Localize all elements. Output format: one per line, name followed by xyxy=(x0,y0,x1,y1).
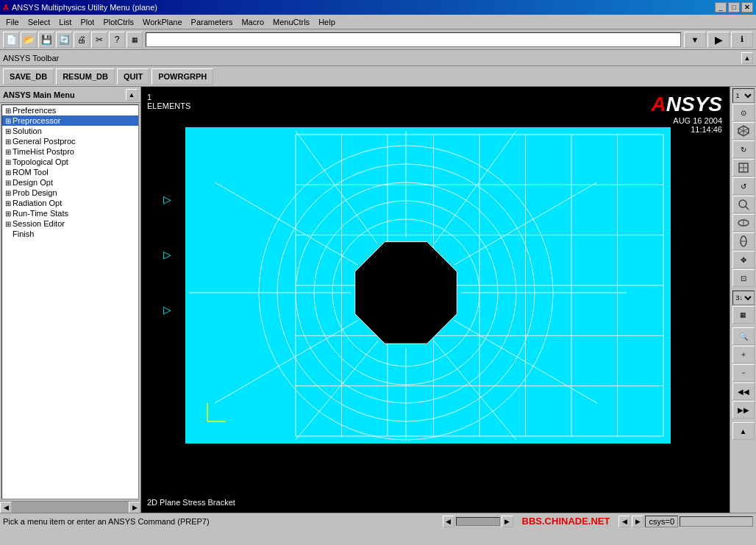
fit-button[interactable]: ⊙ xyxy=(732,104,755,121)
powrgrph-button[interactable]: POWRGRPH xyxy=(151,68,213,85)
sidebar-collapse[interactable]: ▲ xyxy=(126,89,138,101)
scroll-audio1[interactable]: ◀ xyxy=(618,516,630,527)
sidebar-item-design-opt[interactable]: ⊞ Design Opt xyxy=(2,177,138,188)
sidebar-item-runtime-stats[interactable]: ⊞ Run-Time Stats xyxy=(2,208,138,218)
menu-macro[interactable]: Macro xyxy=(237,16,268,28)
menu-select[interactable]: Select xyxy=(24,16,55,28)
save-db-button[interactable]: SAVE_DB xyxy=(3,68,54,85)
menu-file[interactable]: File xyxy=(1,16,24,28)
pan-up-button[interactable]: ▲ xyxy=(732,422,755,440)
zoom-box-button[interactable]: ⊡ xyxy=(732,269,755,287)
menu-list[interactable]: List xyxy=(54,16,76,28)
sidebar-item-finish[interactable]: ⊞ Finish xyxy=(2,229,138,239)
layer-select[interactable]: 3↓ xyxy=(732,291,755,305)
scroll-right-button[interactable]: ▶ xyxy=(129,502,140,513)
zoom-in-btn1[interactable] xyxy=(732,196,755,213)
layer-button[interactable]: ▦ xyxy=(732,306,755,324)
info-button[interactable]: ℹ xyxy=(731,32,753,48)
title-bar: A ANSYS Multiphysics Utility Menu (plane… xyxy=(0,0,756,15)
sidebar-item-session-editor[interactable]: ⊞ Session Editor xyxy=(2,218,138,229)
viewport-caption: 2D Plane Stress Bracket xyxy=(147,498,235,507)
refresh-button[interactable]: 🔄 xyxy=(56,32,72,48)
sidebar-item-rom-tool[interactable]: ⊞ ROM Tool xyxy=(2,167,138,177)
sidebar-label-finish: Finish xyxy=(13,229,34,238)
sidebar-label-prob-design: Prob Design xyxy=(13,188,57,197)
front-view-button[interactable] xyxy=(732,159,755,177)
rotate-x-button[interactable] xyxy=(732,214,755,232)
status-bar: Pick a menu item or enter an ANSYS Comma… xyxy=(0,513,756,529)
ansys-toolbar-bar: ANSYS Toolbar ▲ xyxy=(0,50,756,66)
save-button[interactable]: 💾 xyxy=(38,32,54,48)
pan-button[interactable]: ✥ xyxy=(732,251,755,268)
sidebar-scrollbar-h[interactable]: ◀ ▶ xyxy=(0,501,140,513)
quick-bar: SAVE_DB RESUM_DB QUIT POWRGRPH xyxy=(0,66,756,87)
csys-track xyxy=(680,516,753,527)
app-icon: A xyxy=(3,3,9,12)
print-button[interactable]: 🖨 xyxy=(74,32,90,48)
plus-icon-design-opt: ⊞ xyxy=(5,179,11,187)
sidebar-label-runtime-stats: Run-Time Stats xyxy=(13,209,68,218)
new-file-button[interactable]: 📄 xyxy=(3,32,19,48)
plus-icon-prob-design: ⊞ xyxy=(5,189,11,197)
pan-left-button[interactable]: ◀◀ xyxy=(732,382,755,400)
svg-point-7 xyxy=(739,200,746,207)
iso-view-button[interactable] xyxy=(732,122,755,140)
sidebar-item-radiation-opt[interactable]: ⊞ Radiation Opt xyxy=(2,198,138,208)
ansys-toolbar-label: ANSYS Toolbar xyxy=(3,54,59,63)
scroll-left-button[interactable]: ◀ xyxy=(0,502,12,513)
sidebar-item-preferences[interactable]: ⊞ Preferences xyxy=(2,105,138,115)
sidebar-item-prob-design[interactable]: ⊞ Prob Design xyxy=(2,188,138,198)
bbs-text: BBS.CHINADE.NET xyxy=(522,516,610,527)
menu-help[interactable]: Help xyxy=(314,16,340,28)
ansys-toolbar-collapse[interactable]: ▲ xyxy=(741,52,753,64)
plus-icon-general-postproc: ⊞ xyxy=(5,138,11,146)
zoom-out-button[interactable]: － xyxy=(732,364,755,382)
sidebar-item-timehist-postpro[interactable]: ⊞ TimeHist Postpro xyxy=(2,146,138,157)
minimize-button[interactable]: _ xyxy=(715,2,727,13)
pan-right-button[interactable]: ▶▶ xyxy=(732,401,755,418)
sidebar-label-preprocessor: Preprocessor xyxy=(13,116,60,125)
plus-icon-solution: ⊞ xyxy=(5,127,11,135)
sidebar-item-solution[interactable]: ⊞ Solution xyxy=(2,126,138,136)
menu-menuctrls[interactable]: MenuCtrls xyxy=(268,16,314,28)
sidebar-label-timehist-postpro: TimeHist Postpro xyxy=(13,147,74,156)
zoom-all-button[interactable]: 🔍 xyxy=(732,327,755,345)
resum-db-button[interactable]: RESUM_DB xyxy=(56,68,115,85)
menu-workplane[interactable]: WorkPlane xyxy=(138,16,187,28)
scroll-next-button[interactable]: ▶ xyxy=(502,516,513,527)
rotate-y-button[interactable] xyxy=(732,232,755,250)
command-input[interactable] xyxy=(146,32,681,47)
zoom-in-button[interactable]: ＋ xyxy=(732,346,755,363)
view-select[interactable]: 1 xyxy=(732,88,755,103)
menu-plot[interactable]: Plot xyxy=(76,16,99,28)
scroll-bar[interactable] xyxy=(456,517,500,526)
scroll-audio2[interactable]: ▶ xyxy=(632,516,643,527)
sidebar-item-preprocessor[interactable]: ⊞ Preprocessor xyxy=(2,115,138,126)
open-button[interactable]: 📂 xyxy=(21,32,37,48)
plus-icon-preferences: ⊞ xyxy=(5,107,11,115)
viewport-number: 1 xyxy=(147,93,151,101)
sidebar-item-general-postproc[interactable]: ⊞ General Postproc xyxy=(2,136,138,146)
back-view-button[interactable]: ↺ xyxy=(732,177,755,195)
maximize-button[interactable]: □ xyxy=(728,2,740,13)
mesh-canvas[interactable] xyxy=(185,127,671,444)
quit-button[interactable]: QUIT xyxy=(117,68,149,85)
help-button[interactable]: ? xyxy=(109,32,125,48)
svg-line-8 xyxy=(746,207,749,210)
main-content: ANSYS Main Menu ▲ ⊞ Preferences ⊞ Prepro… xyxy=(0,87,756,513)
dropdown-button[interactable]: ▼ xyxy=(684,32,706,48)
menu-parameters[interactable]: Parameters xyxy=(187,16,238,28)
scroll-prev-button[interactable]: ◀ xyxy=(443,516,454,527)
sidebar-list[interactable]: ⊞ Preferences ⊞ Preprocessor ⊞ Solution … xyxy=(1,104,139,499)
plus-icon-rom-tool: ⊞ xyxy=(5,168,11,177)
command-button[interactable]: ▦ xyxy=(126,32,143,48)
run-button[interactable]: ▶ xyxy=(707,32,730,48)
sidebar-label-solution: Solution xyxy=(13,127,42,135)
sidebar-label-design-opt: Design Opt xyxy=(13,178,53,187)
scroll-track-h[interactable] xyxy=(12,502,129,513)
cut-button[interactable]: ✂ xyxy=(91,32,107,48)
menu-plotctrls[interactable]: PlotCtrls xyxy=(99,16,138,28)
close-button[interactable]: ✕ xyxy=(741,2,753,13)
sidebar-item-topological-opt[interactable]: ⊞ Topological Opt xyxy=(2,157,138,167)
rotate-button[interactable]: ↻ xyxy=(732,140,755,158)
